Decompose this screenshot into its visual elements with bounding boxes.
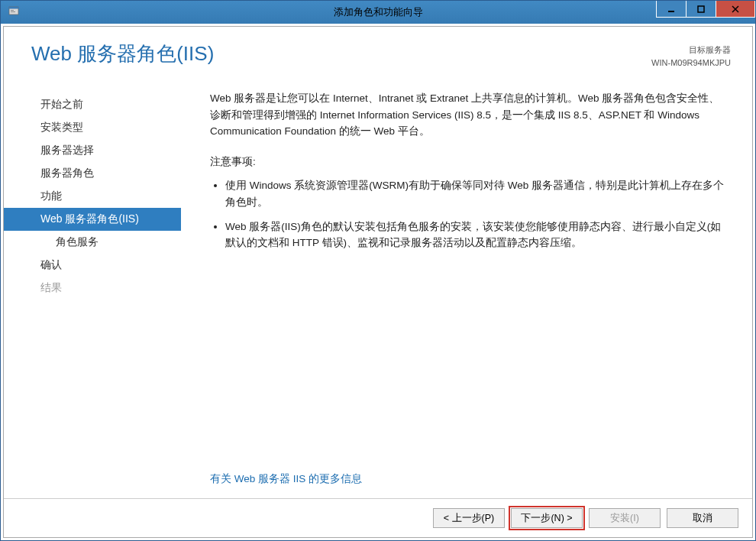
app-icon bbox=[8, 5, 21, 20]
more-info-link[interactable]: 有关 Web 服务器 IIS 的更多信息 bbox=[210, 471, 725, 488]
page-title: Web 服务器角色(IIS) bbox=[31, 40, 214, 67]
window-title: 添加角色和功能向导 bbox=[334, 5, 423, 19]
server-label: 目标服务器 bbox=[651, 44, 731, 57]
install-button: 安装(I) bbox=[589, 508, 661, 528]
svg-rect-5 bbox=[698, 6, 704, 12]
svg-rect-2 bbox=[11, 10, 14, 11]
content-area: Web 服务器角色(IIS) 目标服务器 WIN-M09R94MKJPU 开始之… bbox=[3, 26, 753, 538]
previous-button[interactable]: < 上一步(P) bbox=[433, 508, 505, 528]
close-button[interactable] bbox=[716, 1, 755, 18]
nav-role-services[interactable]: 角色服务 bbox=[4, 231, 181, 254]
header: Web 服务器角色(IIS) 目标服务器 WIN-M09R94MKJPU bbox=[4, 27, 752, 76]
minimize-button[interactable] bbox=[656, 1, 687, 18]
description-text: Web 服务器是让您可以在 Internet、Intranet 或 Extran… bbox=[210, 90, 725, 140]
maximize-button[interactable] bbox=[686, 1, 716, 18]
nav-features[interactable]: 功能 bbox=[4, 185, 181, 208]
svg-rect-3 bbox=[11, 11, 15, 12]
cancel-button[interactable]: 取消 bbox=[667, 508, 738, 528]
svg-rect-1 bbox=[9, 7, 18, 9]
notes-list: 使用 Windows 系统资源管理器(WSRM)有助于确保等同对待 Web 服务… bbox=[210, 177, 725, 258]
titlebar: 添加角色和功能向导 bbox=[1, 1, 755, 24]
nav-server-roles[interactable]: 服务器角色 bbox=[4, 162, 181, 185]
nav-install-type[interactable]: 安装类型 bbox=[4, 116, 181, 139]
note-title: 注意事项: bbox=[210, 154, 725, 170]
main-content: Web 服务器是让您可以在 Internet、Intranet 或 Extran… bbox=[181, 76, 752, 498]
next-button[interactable]: 下一步(N) > bbox=[511, 508, 583, 528]
body: 开始之前 安装类型 服务器选择 服务器角色 功能 Web 服务器角色(IIS) … bbox=[4, 76, 752, 498]
nav-web-server-role[interactable]: Web 服务器角色(IIS) bbox=[4, 208, 181, 231]
server-info: 目标服务器 WIN-M09R94MKJPU bbox=[651, 44, 731, 69]
note-item: 使用 Windows 系统资源管理器(WSRM)有助于确保等同对待 Web 服务… bbox=[225, 177, 725, 210]
nav-before-begin[interactable]: 开始之前 bbox=[4, 93, 181, 116]
nav-results: 结果 bbox=[4, 277, 181, 300]
server-name: WIN-M09R94MKJPU bbox=[651, 57, 731, 70]
note-item: Web 服务器(IIS)角色的默认安装包括角色服务的安装，该安装使您能够使用静态… bbox=[225, 219, 725, 251]
window-controls bbox=[657, 1, 755, 18]
footer: < 上一步(P) 下一步(N) > 安装(I) 取消 bbox=[4, 498, 752, 537]
sidebar: 开始之前 安装类型 服务器选择 服务器角色 功能 Web 服务器角色(IIS) … bbox=[4, 76, 181, 498]
nav-confirmation[interactable]: 确认 bbox=[4, 254, 181, 277]
nav-server-selection[interactable]: 服务器选择 bbox=[4, 139, 181, 162]
wizard-window: 添加角色和功能向导 Web 服务器角色(IIS) 目标服务器 WIN-M09R9… bbox=[0, 0, 756, 541]
